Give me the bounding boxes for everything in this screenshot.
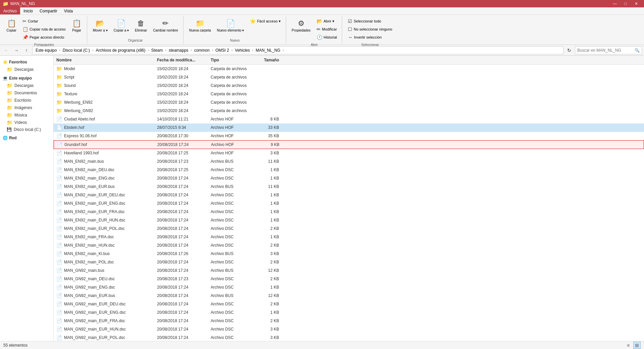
history-button[interactable]: 🕐 Historial	[314, 34, 339, 41]
sidebar-thispc-header[interactable]: 💻 Este equipo	[0, 74, 53, 82]
table-row[interactable]: 📄 MAN_EN92_main_EUR.bus 20/08/2018 17:24…	[54, 183, 644, 191]
refresh-button[interactable]: ↻	[565, 46, 574, 55]
path-vehicles[interactable]: Vehicles	[234, 48, 251, 53]
path-program-files[interactable]: Archivos de programa (x86)	[95, 48, 146, 53]
select-all-button[interactable]: ☑ Seleccionar todo	[345, 17, 394, 25]
path-steamapps[interactable]: steamapps	[168, 48, 190, 53]
sidebar-item-imagenes[interactable]: 📁 Imágenes	[0, 104, 53, 111]
table-row[interactable]: 📄 Ebstein.hof 28/07/2015 9:34 Archivo HO…	[54, 123, 644, 132]
file-date-cell: 20/08/2018 17:24	[154, 200, 208, 206]
table-row[interactable]: 📄 MAN_GN92_main_EUR_FRA.dsc 20/08/2018 1…	[54, 317, 644, 325]
table-row[interactable]: 📄 Ciudad Abeto.hof 14/10/2018 11:21 Arch…	[54, 115, 644, 123]
table-row[interactable]: 📄 MAN_GN92_main_EUR_POL.dsc 20/08/2018 1…	[54, 334, 644, 341]
path-c-drive[interactable]: Disco local (C:)	[62, 48, 91, 53]
table-row[interactable]: 📄 MAN_EN92_main_EUR_ENG.dsc 20/08/2018 1…	[54, 199, 644, 208]
sidebar-item-local-disk[interactable]: 💾 Disco local (C:)	[0, 126, 53, 133]
file-name-cell: 📄 MAN_EN92_main_EUR_DEU.dsc	[54, 192, 154, 198]
paste-shortcut-button[interactable]: 📌 Pegar acceso directo	[20, 34, 68, 41]
window-title: MAN_NL_NG	[10, 1, 35, 6]
table-row[interactable]: 📁 Script 15/02/2020 18:24 Carpeta de arc…	[54, 73, 644, 82]
menu-compartir[interactable]: Compartir	[36, 7, 61, 14]
file-date-cell: 20/08/2018 17:26	[154, 251, 208, 257]
close-button[interactable]: ✕	[631, 0, 641, 7]
table-row[interactable]: 📄 MAN_EN92_main_HUN.dsc 20/08/2018 17:24…	[54, 241, 644, 250]
sidebar-favorites-header[interactable]: ⭐ Favoritos	[0, 58, 53, 66]
table-row[interactable]: 📄 Express 91.06.hof 20/08/2018 17:30 Arc…	[54, 132, 644, 140]
cut-button[interactable]: ✂ Cortar	[20, 17, 68, 25]
col-header-date[interactable]: Fecha de modifica...	[154, 57, 208, 63]
path-man-nl-ng[interactable]: MAN_NL_NG	[255, 48, 281, 53]
sidebar-item-escritorio[interactable]: 📁 Escritorio	[0, 97, 53, 104]
sidebar-item-videos[interactable]: 📁 Vídeos	[0, 119, 53, 126]
detail-view-button[interactable]: ≡	[625, 342, 632, 349]
open-button[interactable]: 📂 Abrir ▾	[314, 17, 339, 25]
new-folder-button[interactable]: 📁 Nueva carpeta	[187, 17, 213, 34]
menu-vista[interactable]: Vista	[61, 7, 76, 14]
menu-inicio[interactable]: Inicio	[20, 7, 36, 14]
sidebar-item-descargas-fav[interactable]: 📁 Descargas	[0, 66, 53, 73]
file-type-cell: Archivo DSC	[208, 226, 255, 232]
path-steam[interactable]: Steam	[150, 48, 164, 53]
invert-selection-button[interactable]: ↔ Invertir selección	[345, 34, 394, 41]
maximize-button[interactable]: □	[621, 0, 631, 7]
table-row[interactable]: 📄 Grundorf.hof 20/08/2018 17:24 Archivo …	[54, 140, 644, 149]
file-name-text: Grundorf.hof	[64, 142, 87, 147]
modify-button[interactable]: ✏ Modificar	[314, 26, 339, 33]
copy-to-button[interactable]: 📄 Copiar a ▾	[111, 17, 131, 34]
col-header-name[interactable]: Nombre	[54, 57, 154, 63]
file-icon: 📄	[56, 327, 62, 332]
table-row[interactable]: 📁 Sound 15/02/2020 18:24 Carpeta de arch…	[54, 82, 644, 90]
move-to-button[interactable]: 📂 Mover a ▾	[91, 17, 110, 34]
table-row[interactable]: 📄 MAN_GN92_main_EUR_HUN.dsc 20/08/2018 1…	[54, 325, 644, 334]
properties-button[interactable]: ⚙ Propiedades	[289, 17, 313, 34]
select-none-button[interactable]: ☐ No seleccionar ninguno	[345, 26, 394, 33]
table-row[interactable]: 📄 MAN_EN92_main_ENG.dsc 20/08/2018 17:24…	[54, 174, 644, 183]
sidebar-item-documentos[interactable]: 📁 Documentos	[0, 89, 53, 97]
table-row[interactable]: 📁 Werbung_GN92 15/02/2020 18:24 Carpeta …	[54, 107, 644, 115]
minimize-button[interactable]: —	[610, 0, 620, 7]
table-row[interactable]: 📄 MAN_EN92_main_EUR_POL.dsc 20/08/2018 1…	[54, 225, 644, 233]
table-row[interactable]: 📄 MAN_GN92_main.bus 20/08/2018 17:24 Arc…	[54, 266, 644, 275]
path-omsi2[interactable]: OMSI 2	[214, 48, 230, 53]
table-row[interactable]: 📄 MAN_EN92_main_DEU.dsc 20/08/2018 17:25…	[54, 166, 644, 174]
delete-button[interactable]: 🗑 Eliminar	[132, 17, 149, 34]
copy-path-button[interactable]: 📋 Copiar ruta de acceso	[20, 26, 68, 33]
copy-button[interactable]: 📋 Copiar	[4, 17, 19, 34]
table-row[interactable]: 📁 Model 15/02/2020 18:24 Carpeta de arch…	[54, 65, 644, 73]
path-common[interactable]: common	[193, 48, 211, 53]
organizar-label: Organizar	[128, 39, 143, 42]
search-input[interactable]	[577, 48, 633, 53]
table-row[interactable]: 📁 Werbung_EN92 15/02/2020 18:24 Carpeta …	[54, 98, 644, 107]
address-path[interactable]: Este equipo › Disco local (C:) › Archivo…	[32, 46, 564, 54]
back-button[interactable]: ←	[2, 46, 11, 55]
table-row[interactable]: 📄 MAN_EN92_main_FRA.dsc 20/08/2018 17:24…	[54, 233, 644, 241]
table-row[interactable]: 📄 MAN_EN92_main.bus 20/08/2018 17:23 Arc…	[54, 157, 644, 166]
table-row[interactable]: 📄 MAN_EN92_main_EUR_DEU.dsc 20/08/2018 1…	[54, 191, 644, 199]
table-row[interactable]: 📄 MAN_GN92_main_EUR_ENG.dsc 20/08/2018 1…	[54, 308, 644, 317]
col-header-size[interactable]: Tamaño	[255, 57, 282, 63]
forward-button[interactable]: →	[12, 46, 21, 55]
col-header-type[interactable]: Tipo	[208, 57, 255, 63]
search-box[interactable]: 🔍	[575, 46, 642, 54]
sidebar-network-header[interactable]: 🌐 Red	[0, 134, 53, 142]
table-row[interactable]: 📄 MAN_EN92_main_Kl.bus 20/08/2018 17:26 …	[54, 250, 644, 258]
table-row[interactable]: 📄 MAN_GN92_main_EUR_DEU.dsc 20/08/2018 1…	[54, 300, 644, 308]
paste-button[interactable]: 📋 Pegar	[69, 17, 84, 34]
path-this-pc[interactable]: Este equipo	[35, 48, 58, 53]
table-row[interactable]: 📁 Texture 15/02/2020 18:24 Carpeta de ar…	[54, 90, 644, 98]
sidebar-item-musica[interactable]: 📁 Música	[0, 111, 53, 119]
up-button[interactable]: ↑	[22, 46, 31, 55]
table-row[interactable]: 📄 MAN_EN92_main_EUR_HUN.dsc 20/08/2018 1…	[54, 216, 644, 225]
sidebar-item-descargas[interactable]: 📁 Descargas	[0, 82, 53, 89]
menu-archivo[interactable]: Archivo	[0, 7, 20, 14]
table-row[interactable]: 📄 MAN_EN92_main_EUR_FRA.dsc 20/08/2018 1…	[54, 208, 644, 216]
table-row[interactable]: 📄 Havelland 1993.hof 20/08/2018 17:25 Ar…	[54, 149, 644, 157]
table-row[interactable]: 📄 MAN_GN92_main_DEU.dsc 20/08/2018 17:23…	[54, 275, 644, 283]
table-row[interactable]: 📄 MAN_GN92_main_ENG.dsc 20/08/2018 17:24…	[54, 283, 644, 292]
table-row[interactable]: 📄 MAN_GN92_main_EUR.bus 20/08/2018 17:24…	[54, 292, 644, 300]
rename-button[interactable]: ✏ Cambiar nombre	[151, 17, 180, 34]
list-view-button[interactable]: ⊞	[633, 342, 641, 349]
easy-access-button[interactable]: ⭐ Fácil acceso ▾	[248, 17, 283, 25]
table-row[interactable]: 📄 MAN_EN92_main_POL.dsc 20/08/2018 17:24…	[54, 258, 644, 266]
new-item-button[interactable]: 📄 Nuevo elemento ▾	[215, 17, 247, 34]
